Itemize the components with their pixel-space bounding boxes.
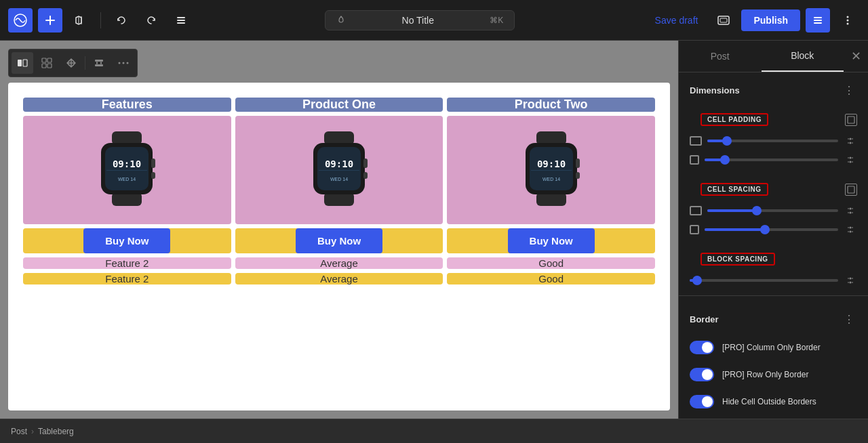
feature-cell-2-product-two[interactable]: Good	[447, 273, 655, 284]
slider-adjust-4[interactable]	[844, 223, 857, 236]
slider-track-3[interactable]	[707, 209, 838, 212]
tab-post[interactable]: Post	[679, 41, 762, 71]
buy-now-button-1[interactable]: Buy Now	[83, 228, 170, 253]
svg-rect-12	[18, 60, 22, 66]
top-bar: No Title ⌘K Save draft Publish	[0, 0, 868, 41]
feature-cell-2-product-one[interactable]: Average	[235, 273, 443, 284]
buy-cell-product-two: Buy Now	[447, 228, 655, 253]
bottom-bar: Post › Tableberg	[0, 419, 868, 443]
dimensions-more-button[interactable]: ⋮	[841, 82, 857, 98]
divider-1	[100, 12, 101, 28]
page-title: No Title	[402, 15, 434, 26]
svg-rect-32	[151, 159, 155, 168]
settings-button[interactable]	[806, 8, 830, 33]
cell-spacing-expand[interactable]	[845, 184, 857, 196]
view-button[interactable]	[711, 8, 736, 33]
toggle-column-border[interactable]	[690, 341, 714, 354]
cell-spacing-label: CELL SPACING	[701, 183, 768, 196]
slider-thumb-1	[722, 136, 732, 146]
cell-padding-expand[interactable]	[845, 114, 857, 126]
svg-rect-17	[47, 64, 52, 68]
buy-now-button-3[interactable]: Buy Now	[508, 228, 595, 253]
svg-rect-48	[531, 170, 572, 171]
slider-fill-3	[707, 209, 757, 212]
border-section: [PRO] Column Only Border [PRO] Row Only …	[679, 334, 868, 415]
tools-button[interactable]	[68, 8, 92, 33]
header-product-one[interactable]: Product One	[235, 98, 443, 112]
align-tool[interactable]	[88, 52, 110, 74]
toggle-hide-border[interactable]	[690, 395, 714, 408]
header-features[interactable]: Features	[23, 98, 231, 112]
svg-rect-13	[23, 60, 27, 66]
publish-button[interactable]: Publish	[741, 9, 800, 31]
more-options-button[interactable]	[835, 8, 860, 33]
title-pill[interactable]: No Title ⌘K	[325, 10, 515, 30]
slider-track-5[interactable]	[690, 279, 838, 282]
buy-now-button-2[interactable]: Buy Now	[296, 228, 382, 253]
cell-padding-group: CELL PADDING	[679, 105, 868, 169]
slider-adjust-1[interactable]	[844, 134, 857, 148]
svg-rect-6	[814, 17, 822, 18]
title-area: No Title ⌘K	[199, 10, 642, 30]
cell-padding-label: CELL PADDING	[701, 113, 768, 126]
tab-block[interactable]: Block	[762, 41, 844, 72]
feature-cell-2-features[interactable]: Feature 2	[23, 273, 231, 284]
slider-adjust-3[interactable]	[844, 204, 857, 217]
svg-point-59	[850, 157, 852, 159]
toggle-label-2: [PRO] Row Only Border	[722, 370, 808, 379]
toggle-row-2: [PRO] Row Only Border	[679, 361, 868, 388]
svg-point-73	[850, 231, 852, 233]
feature-cell-1-product-two[interactable]: Good	[447, 257, 655, 269]
panel-tabs: Post Block ✕	[679, 41, 868, 72]
move-tool[interactable]	[60, 52, 82, 74]
slider-adjust-5[interactable]	[844, 274, 857, 287]
panel-divider	[679, 295, 868, 296]
redo-button[interactable]	[139, 8, 163, 33]
svg-point-78	[850, 278, 852, 280]
svg-text:WED 14: WED 14	[330, 177, 348, 182]
slider-adjust-2[interactable]	[844, 153, 857, 167]
block-spacing-slider-1	[679, 271, 868, 290]
toggle-row-3: Hide Cell Outside Borders	[679, 388, 868, 415]
size-icon-3	[690, 206, 702, 215]
save-draft-button[interactable]: Save draft	[647, 9, 707, 31]
svg-point-11	[847, 22, 849, 24]
cell-spacing-slider-2	[679, 220, 868, 239]
slider-track-1[interactable]	[707, 140, 838, 142]
slider-track-4[interactable]	[705, 228, 838, 231]
svg-point-9	[847, 16, 849, 18]
svg-point-24	[127, 62, 129, 64]
svg-rect-15	[47, 58, 52, 62]
svg-rect-4	[718, 16, 729, 24]
panel-close-button[interactable]: ✕	[844, 44, 868, 68]
list-view-button[interactable]	[169, 8, 193, 33]
svg-rect-1	[177, 17, 185, 18]
list-view-tool[interactable]	[12, 52, 33, 74]
slider-track-2[interactable]	[705, 159, 838, 161]
slider-fill-1	[707, 140, 727, 142]
feature-cell-1-product-one[interactable]: Average	[235, 257, 443, 269]
cell-spacing-slider-1	[679, 201, 868, 220]
slider-thumb-4	[760, 225, 770, 234]
add-block-button[interactable]	[38, 8, 62, 33]
size-icon-2	[690, 155, 699, 165]
feature-row-1: Feature 2 Average Good	[23, 257, 655, 269]
block-toolbar	[8, 49, 138, 77]
more-tool[interactable]	[113, 52, 134, 74]
toggle-label-1: [PRO] Column Only Border	[722, 343, 821, 352]
header-product-two[interactable]: Product Two	[447, 98, 655, 112]
toggle-knob-3	[702, 396, 713, 407]
undo-button[interactable]	[109, 8, 134, 33]
toggle-row-border[interactable]	[690, 368, 714, 381]
border-more-button[interactable]: ⋮	[841, 311, 857, 327]
svg-point-72	[850, 227, 852, 229]
feature-cell-1-features[interactable]: Feature 2	[23, 257, 231, 269]
svg-rect-50	[576, 159, 580, 168]
svg-rect-51	[576, 172, 580, 179]
grid-view-tool[interactable]	[36, 52, 58, 74]
wp-logo[interactable]	[8, 8, 33, 33]
breadcrumb-parent[interactable]: Post	[11, 427, 27, 436]
svg-point-67	[850, 212, 852, 214]
image-row: 09:10 WED 14	[23, 116, 655, 224]
watch-image-1: 09:10 WED 14	[86, 128, 167, 209]
